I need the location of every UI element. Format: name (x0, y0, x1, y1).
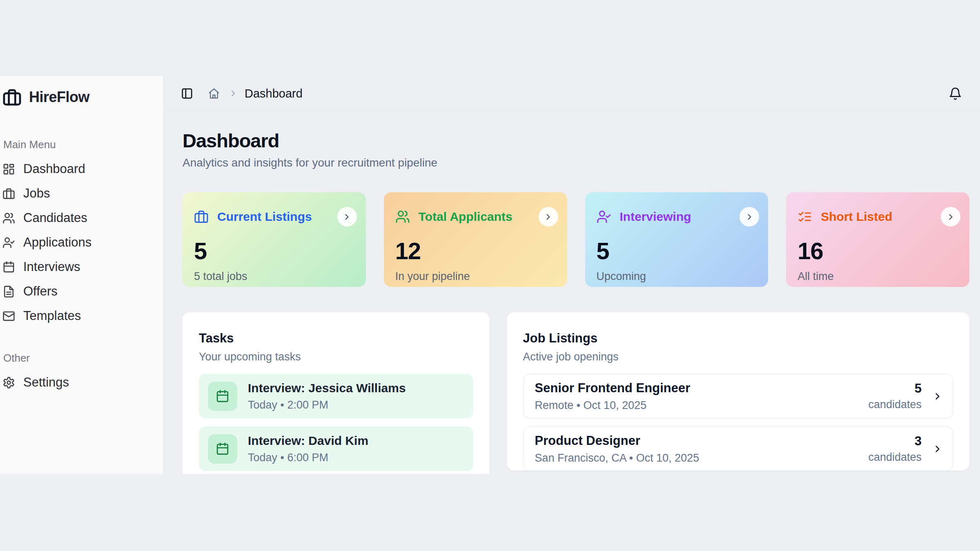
stats-row: Current Listings 5 5 total jobs Total Ap… (183, 192, 969, 287)
stat-caption: All time (797, 270, 960, 283)
sidebar-item-offers[interactable]: Offers (2, 279, 159, 304)
stat-caption: In your pipeline (395, 270, 558, 283)
stat-card-short-listed[interactable]: Short Listed 16 All time (786, 192, 969, 287)
task-title: Interview: Jessica Williams (248, 381, 406, 395)
sidebar: HireFlow Main Menu Dashboard Jobs Candi (0, 76, 164, 474)
stat-label: Short Listed (821, 210, 892, 224)
chevron-right-icon (228, 89, 238, 98)
sidebar-nav: Dashboard Jobs Candidates Applications (2, 157, 159, 328)
sidebar-item-label: Templates (23, 309, 81, 323)
task-time: Today • 2:00 PM (248, 399, 406, 411)
job-listings-title: Job Listings (523, 331, 953, 346)
stat-label: Interviewing (620, 210, 691, 224)
stat-value: 12 (395, 237, 558, 264)
topbar: Dashboard (164, 76, 980, 111)
sidebar-item-jobs[interactable]: Jobs (2, 181, 159, 206)
briefcase-icon (2, 187, 15, 200)
stat-card-current-listings[interactable]: Current Listings 5 5 total jobs (183, 192, 366, 287)
chevron-right-button[interactable] (337, 207, 357, 227)
job-candidate-count: 5 candidates (868, 381, 922, 411)
sidebar-section-label-other: Other (3, 352, 159, 364)
job-listings-panel: Job Listings Active job openings Senior … (507, 312, 969, 471)
stat-value: 16 (797, 237, 960, 264)
job-count-number: 5 (868, 381, 922, 396)
stat-value: 5 (597, 237, 760, 264)
user-check-icon (597, 209, 611, 224)
page-content: Dashboard Analytics and insights for you… (164, 111, 980, 474)
gear-icon (2, 376, 15, 389)
sidebar-item-label: Settings (23, 375, 69, 390)
panel-left-toggle-icon[interactable] (181, 87, 193, 100)
users-icon (2, 212, 15, 224)
calendar-icon (208, 434, 237, 464)
stat-card-total-applicants[interactable]: Total Applicants 12 In your pipeline (384, 192, 567, 287)
job-listing-row[interactable]: Product Designer San Francisco, CA • Oct… (523, 427, 953, 471)
stat-card-interviewing[interactable]: Interviewing 5 Upcoming (585, 192, 768, 287)
sidebar-item-applications[interactable]: Applications (2, 230, 159, 255)
task-time: Today • 6:00 PM (248, 451, 368, 464)
user-check-icon (2, 236, 15, 249)
briefcase-logo-icon (2, 88, 22, 107)
list-checks-icon (797, 209, 812, 224)
bottom-row: Tasks Your upcoming tasks Interview: Jes… (183, 312, 969, 474)
job-listings-subtitle: Active job openings (523, 351, 953, 363)
page-subtitle: Analytics and insights for your recruitm… (183, 156, 969, 169)
chevron-right-button[interactable] (941, 207, 960, 227)
layout-dashboard-icon (2, 163, 15, 176)
users-icon (395, 209, 410, 224)
stat-label: Total Applicants (419, 210, 512, 224)
home-icon[interactable] (208, 87, 220, 100)
calendar-icon (2, 261, 15, 273)
task-title: Interview: David Kim (248, 434, 368, 448)
chevron-right-button[interactable] (539, 207, 558, 227)
job-candidate-count: 3 candidates (868, 434, 922, 464)
sidebar-item-candidates[interactable]: Candidates (2, 206, 159, 230)
job-title: Senior Frontend Engineer (535, 381, 690, 395)
sidebar-item-dashboard[interactable]: Dashboard (2, 157, 159, 181)
sidebar-item-label: Dashboard (23, 162, 85, 176)
stat-caption: Upcoming (597, 270, 760, 283)
sidebar-section-label-main-menu: Main Menu (3, 138, 159, 151)
stat-label: Current Listings (217, 210, 312, 224)
job-meta: San Francisco, CA • Oct 10, 2025 (535, 452, 699, 464)
job-listing-row[interactable]: Senior Frontend Engineer Remote • Oct 10… (523, 374, 953, 418)
job-count-label: candidates (868, 451, 922, 464)
task-item[interactable]: Interview: Jessica Williams Today • 2:00… (199, 374, 473, 418)
tasks-title: Tasks (199, 331, 473, 346)
breadcrumb-current: Dashboard (245, 87, 303, 100)
job-count-label: candidates (868, 398, 922, 411)
file-text-icon (2, 285, 15, 298)
job-title: Product Designer (535, 433, 699, 448)
stat-value: 5 (194, 237, 357, 264)
app-window: HireFlow Main Menu Dashboard Jobs Candi (0, 76, 980, 474)
job-meta: Remote • Oct 10, 2025 (535, 399, 690, 412)
chevron-right-button[interactable] (739, 207, 759, 227)
calendar-icon (208, 382, 237, 411)
chevron-right-icon[interactable] (932, 391, 943, 402)
sidebar-item-interviews[interactable]: Interviews (2, 255, 159, 279)
sidebar-item-label: Jobs (23, 186, 50, 201)
brand-name: HireFlow (29, 89, 89, 106)
job-count-number: 3 (868, 434, 922, 449)
mail-icon (2, 310, 15, 322)
sidebar-item-settings[interactable]: Settings (2, 370, 159, 395)
task-item[interactable]: Interview: David Kim Today • 6:00 PM (199, 427, 473, 471)
chevron-right-icon[interactable] (932, 444, 943, 454)
page-title: Dashboard (183, 129, 969, 152)
sidebar-item-templates[interactable]: Templates (2, 304, 159, 328)
sidebar-item-label: Candidates (23, 211, 87, 225)
brand-home-link[interactable]: HireFlow (2, 87, 159, 107)
sidebar-item-label: Interviews (23, 260, 80, 274)
tasks-subtitle: Your upcoming tasks (199, 351, 473, 363)
bell-icon[interactable] (949, 87, 962, 100)
main-area: Dashboard Dashboard Analytics and insigh… (164, 76, 980, 474)
stat-caption: 5 total jobs (194, 270, 357, 283)
sidebar-item-label: Applications (23, 235, 91, 250)
tasks-panel: Tasks Your upcoming tasks Interview: Jes… (183, 312, 490, 474)
briefcase-icon (194, 209, 209, 224)
sidebar-item-label: Offers (23, 284, 58, 299)
